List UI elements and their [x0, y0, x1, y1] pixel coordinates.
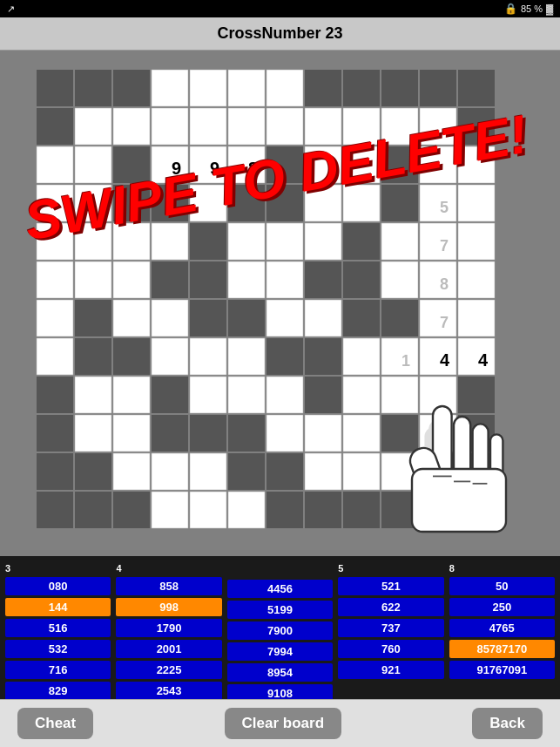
svg-rect-31 — [267, 146, 303, 183]
svg-rect-9 — [343, 70, 380, 106]
svg-rect-32 — [305, 146, 341, 183]
svg-rect-13 — [37, 108, 73, 145]
clue-item[interactable]: 7994 — [227, 642, 333, 661]
clue-item[interactable]: 829 — [5, 682, 111, 700]
svg-rect-119 — [37, 415, 73, 452]
clue-item[interactable]: 737 — [338, 619, 443, 637]
svg-rect-18 — [228, 108, 265, 145]
svg-rect-24 — [458, 108, 495, 145]
clue-item[interactable]: 4765 — [449, 619, 555, 637]
svg-rect-71 — [228, 261, 265, 298]
svg-rect-2 — [75, 70, 111, 106]
clue-item[interactable]: 080 — [5, 577, 111, 595]
svg-rect-27 — [113, 146, 150, 183]
svg-rect-34 — [381, 146, 418, 183]
svg-text:5: 5 — [440, 199, 449, 216]
svg-rect-76 — [420, 261, 456, 298]
svg-rect-45 — [228, 185, 265, 221]
status-bar: ↗ 🔒 85 % ▓ — [0, 0, 560, 17]
clue-item[interactable]: 858 — [116, 577, 221, 595]
svg-rect-125 — [267, 415, 303, 452]
svg-rect-58 — [228, 223, 265, 260]
clue-item[interactable]: 7900 — [227, 621, 333, 640]
svg-rect-41 — [75, 185, 111, 221]
clue-item[interactable]: 8954 — [227, 663, 333, 682]
svg-rect-46 — [267, 185, 303, 221]
svg-rect-102 — [420, 338, 456, 375]
svg-rect-135 — [190, 453, 226, 490]
svg-rect-97 — [228, 338, 265, 375]
svg-text:1: 1 — [401, 352, 410, 370]
svg-rect-103 — [458, 338, 495, 375]
svg-rect-60 — [305, 223, 341, 260]
svg-rect-147 — [190, 492, 226, 528]
clue-item[interactable]: 4456 — [227, 580, 333, 598]
svg-rect-6 — [228, 70, 265, 106]
svg-rect-19 — [267, 108, 303, 145]
clue-item[interactable]: 91767091 — [449, 661, 555, 679]
svg-rect-70 — [190, 261, 226, 298]
svg-rect-162 — [412, 469, 506, 532]
clue-item[interactable]: 2001 — [116, 640, 221, 658]
svg-rect-33 — [343, 146, 380, 183]
svg-rect-17 — [190, 108, 226, 145]
svg-rect-146 — [152, 492, 188, 528]
clue-item[interactable]: 622 — [338, 598, 443, 616]
svg-rect-73 — [305, 261, 341, 298]
svg-rect-110 — [152, 377, 188, 413]
clear-board-button[interactable]: Clear board — [225, 708, 341, 739]
clue-item-highlighted[interactable]: 144 — [5, 598, 111, 616]
svg-rect-48 — [343, 185, 380, 221]
svg-rect-50 — [420, 185, 456, 221]
svg-rect-134 — [152, 453, 188, 490]
clue-item-highlighted[interactable]: 998 — [116, 598, 221, 616]
svg-rect-44 — [190, 185, 226, 221]
clue-item[interactable]: 532 — [5, 640, 111, 658]
svg-rect-43 — [152, 185, 188, 221]
back-button[interactable]: Back — [472, 708, 543, 739]
clue-item[interactable]: 760 — [338, 640, 443, 658]
svg-rect-132 — [75, 453, 111, 490]
clue-item[interactable]: 1790 — [116, 619, 221, 637]
svg-rect-62 — [381, 223, 418, 260]
svg-rect-112 — [228, 377, 265, 413]
svg-rect-82 — [152, 300, 188, 336]
battery-text: 85 % — [521, 3, 543, 14]
svg-rect-145 — [113, 492, 150, 528]
svg-rect-148 — [228, 492, 265, 528]
clue-item[interactable]: 250 — [449, 598, 555, 616]
clue-item[interactable]: 716 — [5, 661, 111, 679]
clue-item[interactable]: 516 — [5, 619, 111, 637]
col2-header-num: 4 — [116, 563, 121, 574]
clue-item[interactable]: 5199 — [227, 601, 333, 619]
clue-item[interactable]: 521 — [338, 577, 443, 595]
svg-rect-86 — [305, 300, 341, 336]
svg-rect-92 — [37, 338, 73, 375]
svg-text:7: 7 — [440, 237, 449, 255]
svg-rect-22 — [381, 108, 418, 145]
svg-rect-51 — [458, 185, 495, 221]
svg-rect-55 — [113, 223, 150, 260]
svg-rect-4 — [152, 70, 188, 106]
svg-rect-15 — [113, 108, 150, 145]
svg-rect-56 — [152, 223, 188, 260]
svg-rect-136 — [228, 453, 265, 490]
svg-rect-108 — [75, 377, 111, 413]
clue-item[interactable]: 50 — [449, 577, 555, 595]
svg-rect-99 — [305, 338, 341, 375]
svg-rect-95 — [152, 338, 188, 375]
clue-item[interactable]: 2543 — [116, 682, 221, 700]
svg-rect-26 — [75, 146, 111, 183]
cheat-button[interactable]: Cheat — [17, 708, 93, 739]
svg-rect-12 — [458, 70, 495, 106]
clue-item[interactable]: 921 — [338, 661, 443, 679]
clue-item[interactable]: 2225 — [116, 661, 221, 679]
svg-rect-88 — [381, 300, 418, 336]
svg-rect-111 — [190, 377, 226, 413]
svg-text:9: 9 — [172, 159, 181, 178]
battery-icon: ▓ — [546, 3, 553, 14]
svg-rect-149 — [267, 492, 303, 528]
svg-text:4: 4 — [478, 350, 489, 370]
svg-rect-124 — [228, 415, 265, 452]
clue-item-highlighted[interactable]: 85787170 — [449, 640, 555, 658]
